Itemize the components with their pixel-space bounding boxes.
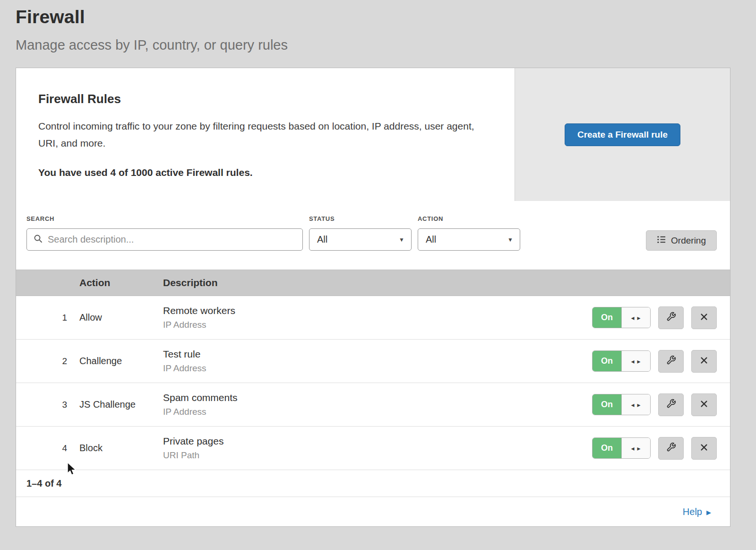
edit-rule-button[interactable] xyxy=(658,437,684,460)
rule-action: Challenge xyxy=(79,356,163,367)
edit-rule-button[interactable] xyxy=(658,393,684,416)
search-label: SEARCH xyxy=(26,215,303,223)
rule-controls: On ◂ ▸ xyxy=(592,437,730,460)
search-input[interactable] xyxy=(48,234,296,245)
toggle-handle-icon[interactable]: ◂ ▸ xyxy=(621,394,650,415)
status-selected-value: All xyxy=(317,234,327,245)
status-select[interactable]: All ▼ xyxy=(309,228,412,251)
help-link-label: Help xyxy=(683,506,702,517)
page-title: Firewall xyxy=(16,7,756,27)
rule-enabled-toggle[interactable]: On ◂ ▸ xyxy=(592,307,651,328)
rule-action: Allow xyxy=(79,312,163,323)
rule-description: Test rule xyxy=(163,349,592,360)
close-icon xyxy=(700,400,708,410)
action-label: ACTION xyxy=(418,215,520,223)
rule-priority: 4 xyxy=(16,443,79,454)
toggle-handle-icon[interactable]: ◂ ▸ xyxy=(621,351,650,371)
firewall-rules-card: Firewall Rules Control incoming traffic … xyxy=(16,68,730,527)
search-filter-group: SEARCH xyxy=(26,215,303,251)
toggle-handle-icon[interactable]: ◂ ▸ xyxy=(621,438,650,458)
filter-bar: SEARCH STATUS All ▼ ACTION All ▼ xyxy=(16,201,730,270)
section-heading: Firewall Rules xyxy=(38,92,486,106)
rule-enabled-toggle[interactable]: On ◂ ▸ xyxy=(592,394,651,415)
rule-match-field: IP Address xyxy=(163,363,592,374)
action-filter-group: ACTION All ▼ xyxy=(418,215,520,251)
ordering-button[interactable]: Ordering xyxy=(646,230,717,251)
search-box xyxy=(26,228,303,251)
delete-rule-button[interactable] xyxy=(691,437,717,460)
edit-rule-button[interactable] xyxy=(658,350,684,373)
rule-description-cell: Remote workers IP Address xyxy=(163,305,592,330)
close-icon xyxy=(700,313,708,323)
toggle-on-state[interactable]: On xyxy=(593,438,621,458)
intro-action-panel: Create a Firewall rule xyxy=(515,68,730,201)
edit-rule-button[interactable] xyxy=(658,306,684,329)
card-footer: Help ▶ xyxy=(16,497,730,526)
action-select[interactable]: All ▼ xyxy=(418,228,520,251)
rule-enabled-toggle[interactable]: On ◂ ▸ xyxy=(592,350,651,372)
help-link[interactable]: Help ▶ xyxy=(683,506,711,517)
rule-controls: On ◂ ▸ xyxy=(592,306,730,329)
rule-description-cell: Test rule IP Address xyxy=(163,349,592,374)
rule-match-field: URI Path xyxy=(163,450,592,461)
toggle-handle-icon[interactable]: ◂ ▸ xyxy=(621,307,650,328)
table-row: 2 Challenge Test rule IP Address On ◂ ▸ xyxy=(16,340,730,383)
chevron-down-icon: ▼ xyxy=(507,236,513,243)
arrow-right-icon: ▶ xyxy=(706,508,711,516)
status-label: STATUS xyxy=(309,215,412,223)
chevron-down-icon: ▼ xyxy=(399,236,404,243)
delete-rule-button[interactable] xyxy=(691,350,717,373)
rule-controls: On ◂ ▸ xyxy=(592,350,730,373)
status-filter-group: STATUS All ▼ xyxy=(309,215,412,251)
rule-description: Private pages xyxy=(163,436,592,447)
table-row: 1 Allow Remote workers IP Address On ◂ ▸ xyxy=(16,296,730,340)
rule-description: Spam comments xyxy=(163,392,592,403)
rule-priority: 3 xyxy=(16,400,79,410)
rule-match-field: IP Address xyxy=(163,407,592,417)
rule-description: Remote workers xyxy=(163,305,592,316)
rule-description-cell: Private pages URI Path xyxy=(163,436,592,461)
action-selected-value: All xyxy=(426,234,436,245)
ordering-button-label: Ordering xyxy=(671,236,706,246)
rule-priority: 2 xyxy=(16,356,79,367)
wrench-icon xyxy=(666,399,676,410)
toggle-on-state[interactable]: On xyxy=(593,394,621,415)
wrench-icon xyxy=(666,312,676,323)
wrench-icon xyxy=(666,442,676,454)
section-description: Control incoming traffic to your zone by… xyxy=(38,118,486,152)
column-header-action: Action xyxy=(79,277,163,288)
ordering-list-icon xyxy=(657,235,666,246)
page-header: Firewall Manage access by IP, country, o… xyxy=(0,0,756,53)
page-subtitle: Manage access by IP, country, or query r… xyxy=(16,37,756,53)
toggle-on-state[interactable]: On xyxy=(593,351,621,371)
rule-description-cell: Spam comments IP Address xyxy=(163,392,592,417)
intro-text: Firewall Rules Control incoming traffic … xyxy=(16,68,515,201)
rule-action: JS Challenge xyxy=(79,399,163,410)
delete-rule-button[interactable] xyxy=(691,306,717,329)
delete-rule-button[interactable] xyxy=(691,393,717,416)
create-firewall-rule-button[interactable]: Create a Firewall rule xyxy=(565,123,680,146)
rule-match-field: IP Address xyxy=(163,320,592,330)
table-row: 3 JS Challenge Spam comments IP Address … xyxy=(16,383,730,427)
rule-action: Block xyxy=(79,443,163,454)
rule-controls: On ◂ ▸ xyxy=(592,393,730,416)
column-header-description: Description xyxy=(163,277,730,288)
toggle-on-state[interactable]: On xyxy=(593,307,621,328)
table-row: 4 Block Private pages URI Path On ◂ ▸ xyxy=(16,427,730,470)
rule-enabled-toggle[interactable]: On ◂ ▸ xyxy=(592,437,651,459)
search-icon xyxy=(34,234,43,245)
intro-section: Firewall Rules Control incoming traffic … xyxy=(16,68,730,201)
wrench-icon xyxy=(666,355,676,367)
close-icon xyxy=(700,443,708,454)
close-icon xyxy=(700,356,708,367)
table-header: Action Description xyxy=(16,270,730,296)
rule-priority: 1 xyxy=(16,313,79,323)
usage-summary: You have used 4 of 1000 active Firewall … xyxy=(38,167,486,178)
pagination-summary: 1–4 of 4 xyxy=(16,470,730,497)
